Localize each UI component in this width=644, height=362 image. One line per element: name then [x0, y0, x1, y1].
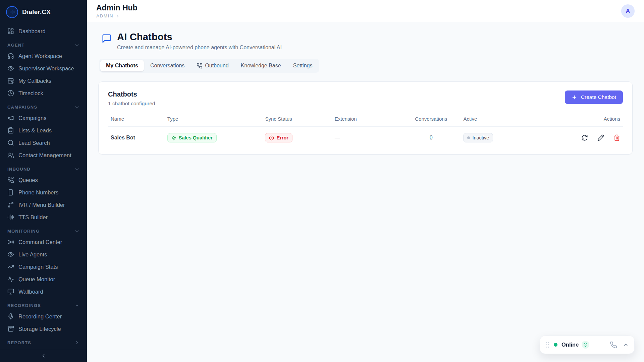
active-badge-label: Inactive: [472, 135, 489, 140]
sidebar-item-timeclock[interactable]: Timeclock: [4, 87, 83, 99]
tab-my-chatbots[interactable]: My Chatbots: [100, 60, 144, 71]
sidebar-item-recording-center[interactable]: Recording Center: [4, 310, 83, 322]
sidebar-section-label: CAMPAIGNS: [7, 105, 37, 110]
widget-collapse-button[interactable]: [623, 342, 629, 348]
brand[interactable]: Dialer.CX: [0, 0, 87, 25]
sidebar-item-label: Supervisor Workspace: [18, 65, 74, 72]
sidebar-item-campaign-stats[interactable]: Campaign Stats: [4, 261, 83, 273]
sidebar-item-ivr-menu-builder[interactable]: IVR / Menu Builder: [4, 199, 83, 211]
dialpad-button[interactable]: [610, 341, 617, 349]
page-content: AI Chatbots Create and manage AI-powered…: [87, 22, 644, 362]
tab-conversations[interactable]: Conversations: [145, 60, 190, 71]
sidebar-collapse-button[interactable]: [0, 349, 87, 362]
sidebar-item-phone-numbers[interactable]: Phone Numbers: [4, 186, 83, 198]
create-chatbot-button[interactable]: Create Chatbot: [565, 90, 623, 104]
table-header-row: Name Type Sync Status Extension Conversa…: [108, 113, 623, 127]
sidebar-item-label: Campaigns: [18, 115, 46, 121]
sidebar-section-monitoring[interactable]: MONITORING: [4, 224, 83, 236]
sidebar-section-reports[interactable]: REPORTS: [4, 335, 83, 347]
phone-icon: [610, 341, 617, 349]
sidebar-section-label: REPORTS: [7, 340, 31, 345]
tab-knowledge-base[interactable]: Knowledge Base: [235, 60, 287, 71]
sidebar-item-label: Storage Lifecycle: [18, 326, 61, 332]
pencil-icon: [597, 134, 604, 141]
col-actions: Actions: [546, 113, 623, 127]
waveform-logo-icon: [6, 6, 18, 18]
sidebar-item-dashboard[interactable]: Dashboard: [4, 25, 83, 37]
sidebar-section-agent[interactable]: AGENT: [4, 38, 83, 50]
delete-chatbot-button[interactable]: [613, 134, 620, 141]
row-actions: [548, 134, 620, 141]
chatbot-extension: —: [332, 127, 401, 149]
type-badge-label: Sales Qualifier: [179, 135, 213, 140]
chevron-down-icon: [74, 229, 79, 234]
drag-handle-icon[interactable]: [546, 342, 549, 348]
dashboard-icon: [7, 28, 14, 35]
tab-bar: My Chatbots Conversations Outbound Knowl…: [99, 59, 319, 73]
sidebar-nav: Dashboard AGENT Agent Workspace Supervis…: [0, 25, 87, 349]
sidebar-item-lists-leads[interactable]: Lists & Leads: [4, 124, 83, 136]
sidebar: Dialer.CX Dashboard AGENT Agent Workspac…: [0, 0, 87, 362]
tab-outbound[interactable]: Outbound: [191, 60, 234, 71]
sidebar-item-label: Dashboard: [18, 28, 46, 35]
tab-settings[interactable]: Settings: [287, 60, 318, 71]
sidebar-item-storage-lifecycle[interactable]: Storage Lifecycle: [4, 323, 83, 335]
sidebar-item-wallboard[interactable]: Wallboard: [4, 286, 83, 298]
sidebar-item-queues[interactable]: Queues: [4, 174, 83, 186]
sidebar-item-label: Lists & Leads: [18, 127, 52, 134]
chatbot-actions-cell: [546, 127, 623, 149]
sidebar-item-lead-search[interactable]: Lead Search: [4, 137, 83, 149]
top-header: Admin Hub ADMIN A: [87, 0, 644, 22]
sidebar-item-agent-workspace[interactable]: Agent Workspace: [4, 50, 83, 62]
active-badge: Inactive: [463, 133, 493, 142]
calendar-clock-icon: [7, 77, 14, 84]
agent-status-widget: Online: [540, 336, 635, 354]
chatbot-name: Sales Bot: [108, 127, 165, 149]
sidebar-item-label: Queues: [18, 177, 38, 183]
sidebar-item-label: TTS Builder: [18, 214, 48, 221]
sync-chatbot-button[interactable]: [581, 134, 588, 141]
status-dot-icon: [467, 136, 470, 139]
col-conversations: Conversations: [401, 113, 461, 127]
chevron-up-icon: [623, 342, 629, 348]
sidebar-section-recordings[interactable]: RECORDINGS: [4, 298, 83, 310]
sync-badge-label: Error: [276, 135, 288, 140]
sidebar-item-contact-management[interactable]: Contact Management: [4, 149, 83, 161]
main-area: Admin Hub ADMIN A AI Chatbots Create and…: [87, 0, 644, 362]
trending-up-icon: [7, 263, 14, 270]
sidebar-item-live-agents[interactable]: Live Agents: [4, 248, 83, 260]
shield-check-icon: [582, 341, 589, 349]
sidebar-section-label: AGENT: [7, 43, 25, 48]
sidebar-item-queue-monitor[interactable]: Queue Monitor: [4, 273, 83, 285]
tab-label: My Chatbots: [106, 63, 138, 69]
avatar[interactable]: A: [621, 4, 635, 18]
col-sync-status: Sync Status: [262, 113, 332, 127]
chatbot-sync-cell: Error: [262, 127, 332, 149]
trash-icon: [613, 134, 620, 141]
sidebar-section-inbound[interactable]: INBOUND: [4, 162, 83, 174]
card-subtitle: 1 chatbot configured: [108, 101, 155, 107]
archive-icon: [7, 325, 14, 332]
chatbots-table: Name Type Sync Status Extension Conversa…: [108, 113, 623, 149]
col-extension: Extension: [332, 113, 401, 127]
tab-label: Conversations: [150, 63, 184, 69]
sidebar-item-label: Timeclock: [18, 90, 43, 97]
edit-chatbot-button[interactable]: [597, 134, 604, 141]
sidebar-item-label: Phone Numbers: [18, 189, 58, 196]
breadcrumb[interactable]: ADMIN: [96, 13, 138, 18]
sidebar-item-supervisor-workspace[interactable]: Supervisor Workspace: [4, 62, 83, 74]
chatbot-active-cell: Inactive: [461, 127, 545, 149]
sidebar-item-campaigns[interactable]: Campaigns: [4, 112, 83, 124]
activity-icon: [7, 276, 14, 283]
sidebar-item-command-center[interactable]: Command Center: [4, 236, 83, 248]
sidebar-item-tts-builder[interactable]: TTS Builder: [4, 211, 83, 223]
sidebar-item-label: IVR / Menu Builder: [18, 202, 65, 208]
sidebar-item-label: Live Agents: [18, 251, 47, 258]
sidebar-item-label: Campaign Stats: [18, 264, 58, 270]
chatbots-card: Chatbots 1 chatbot configured Create Cha…: [98, 81, 633, 155]
col-name: Name: [108, 113, 165, 127]
phone-incoming-icon: [7, 177, 14, 183]
sidebar-section-campaigns[interactable]: CAMPAIGNS: [4, 100, 83, 112]
sidebar-item-my-callbacks[interactable]: My Callbacks: [4, 75, 83, 87]
page-title: AI Chatbots: [117, 32, 282, 43]
